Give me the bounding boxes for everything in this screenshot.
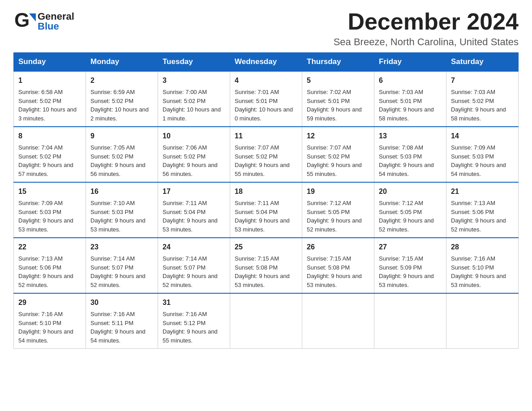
sunrise-info: Sunrise: 7:06 AM [163,144,207,151]
daylight-info: Daylight: 9 hours and 55 minutes. [163,328,218,344]
calendar-day-cell: 20 Sunrise: 7:12 AM Sunset: 5:05 PM Dayl… [374,182,446,238]
sunrise-info: Sunrise: 7:10 AM [90,200,135,206]
sunrise-info: Sunrise: 7:13 AM [18,255,63,262]
sunrise-info: Sunrise: 7:00 AM [163,89,207,95]
calendar-day-cell: 29 Sunrise: 7:16 AM Sunset: 5:10 PM Dayl… [14,293,86,349]
calendar-day-cell: 7 Sunrise: 7:03 AM Sunset: 5:02 PM Dayli… [446,71,519,127]
sunset-info: Sunset: 5:03 PM [379,153,422,160]
month-title: December 2024 [334,9,519,34]
sunset-info: Sunset: 5:03 PM [451,153,494,160]
sunset-info: Sunset: 5:01 PM [379,98,422,104]
svg-text:G: G [14,9,30,31]
day-number: 26 [307,242,369,253]
calendar-header-row: SundayMondayTuesdayWednesdayThursdayFrid… [14,53,519,72]
day-number: 4 [235,75,297,86]
logo-blue-text: Blue [38,21,74,31]
daylight-info: Daylight: 9 hours and 53 minutes. [18,217,73,233]
daylight-info: Daylight: 9 hours and 55 minutes. [307,162,362,177]
sunrise-info: Sunrise: 6:58 AM [18,89,63,95]
day-number: 5 [307,75,369,86]
sunrise-info: Sunrise: 7:11 AM [235,200,279,206]
daylight-info: Daylight: 9 hours and 53 minutes. [379,273,434,288]
daylight-info: Daylight: 9 hours and 53 minutes. [235,273,290,288]
svg-marker-1 [29,13,36,21]
title-area: December 2024 Sea Breeze, North Carolina… [334,9,519,48]
calendar-day-cell: 14 Sunrise: 7:09 AM Sunset: 5:03 PM Dayl… [446,127,519,182]
calendar-day-cell: 11 Sunrise: 7:07 AM Sunset: 5:02 PM Dayl… [230,127,302,182]
calendar-table: SundayMondayTuesdayWednesdayThursdayFrid… [13,52,519,349]
sunset-info: Sunset: 5:07 PM [163,264,206,271]
sunrise-info: Sunrise: 7:03 AM [379,89,423,95]
sunset-info: Sunset: 5:03 PM [18,209,61,215]
sunrise-info: Sunrise: 7:15 AM [307,255,351,262]
sunset-info: Sunset: 5:05 PM [307,209,350,215]
sunset-info: Sunset: 5:02 PM [18,153,61,160]
sunset-info: Sunset: 5:04 PM [163,209,206,215]
calendar-day-cell: 21 Sunrise: 7:13 AM Sunset: 5:06 PM Dayl… [446,182,519,238]
day-number: 10 [163,131,225,141]
day-number: 7 [451,75,514,86]
sunset-info: Sunset: 5:03 PM [90,209,133,215]
sunrise-info: Sunrise: 7:03 AM [451,89,495,95]
day-number: 13 [379,131,442,141]
daylight-info: Daylight: 9 hours and 53 minutes. [235,217,290,233]
sunrise-info: Sunrise: 6:59 AM [90,89,135,95]
day-number: 15 [18,186,81,197]
day-number: 19 [307,186,369,197]
logo: G General Blue [13,9,74,34]
day-number: 25 [235,242,297,253]
calendar-day-cell: 31 Sunrise: 7:16 AM Sunset: 5:12 PM Dayl… [158,293,230,349]
daylight-info: Daylight: 9 hours and 53 minutes. [90,217,146,233]
day-number: 23 [90,242,153,253]
sunrise-info: Sunrise: 7:01 AM [235,89,279,95]
sunset-info: Sunset: 5:10 PM [18,320,61,326]
sunrise-info: Sunrise: 7:05 AM [90,144,135,151]
sunrise-info: Sunrise: 7:04 AM [18,144,63,151]
daylight-info: Daylight: 9 hours and 53 minutes. [307,273,362,288]
daylight-info: Daylight: 9 hours and 53 minutes. [451,273,506,288]
day-number: 30 [90,297,153,308]
sunset-info: Sunset: 5:08 PM [307,264,350,271]
sunset-info: Sunset: 5:02 PM [451,98,494,104]
day-of-week-header: Thursday [302,53,374,72]
sunset-info: Sunset: 5:09 PM [379,264,422,271]
sunrise-info: Sunrise: 7:08 AM [379,144,423,151]
day-of-week-header: Tuesday [158,53,230,72]
sunrise-info: Sunrise: 7:16 AM [90,311,135,317]
calendar-day-cell: 22 Sunrise: 7:13 AM Sunset: 5:06 PM Dayl… [14,238,86,293]
day-number: 17 [163,186,225,197]
sunrise-info: Sunrise: 7:16 AM [163,311,207,317]
daylight-info: Daylight: 10 hours and 2 minutes. [90,106,149,122]
daylight-info: Daylight: 10 hours and 1 minute. [163,106,221,122]
daylight-info: Daylight: 9 hours and 52 minutes. [451,217,506,233]
calendar-day-cell: 13 Sunrise: 7:08 AM Sunset: 5:03 PM Dayl… [374,127,446,182]
sunset-info: Sunset: 5:05 PM [379,209,422,215]
calendar-day-cell: 10 Sunrise: 7:06 AM Sunset: 5:02 PM Dayl… [158,127,230,182]
sunset-info: Sunset: 5:07 PM [90,264,133,271]
daylight-info: Daylight: 9 hours and 57 minutes. [18,162,73,177]
calendar-day-cell: 19 Sunrise: 7:12 AM Sunset: 5:05 PM Dayl… [302,182,374,238]
daylight-info: Daylight: 9 hours and 58 minutes. [451,106,506,122]
day-number: 28 [451,242,514,253]
calendar-day-cell: 1 Sunrise: 6:58 AM Sunset: 5:02 PM Dayli… [14,71,86,127]
calendar-day-cell: 16 Sunrise: 7:10 AM Sunset: 5:03 PM Dayl… [86,182,158,238]
day-number: 20 [379,186,442,197]
day-number: 29 [18,297,81,308]
sunrise-info: Sunrise: 7:15 AM [379,255,423,262]
daylight-info: Daylight: 10 hours and 3 minutes. [18,106,77,122]
day-number: 22 [18,242,81,253]
day-of-week-header: Saturday [446,53,519,72]
calendar-week-row: 1 Sunrise: 6:58 AM Sunset: 5:02 PM Dayli… [14,71,519,127]
calendar-day-cell: 2 Sunrise: 6:59 AM Sunset: 5:02 PM Dayli… [86,71,158,127]
daylight-info: Daylight: 9 hours and 52 minutes. [307,217,362,233]
calendar-day-cell: 17 Sunrise: 7:11 AM Sunset: 5:04 PM Dayl… [158,182,230,238]
daylight-info: Daylight: 9 hours and 52 minutes. [379,217,434,233]
calendar-day-cell: 28 Sunrise: 7:16 AM Sunset: 5:10 PM Dayl… [446,238,519,293]
daylight-info: Daylight: 9 hours and 52 minutes. [18,273,73,288]
location-subtitle: Sea Breeze, North Carolina, United State… [334,36,519,48]
sunset-info: Sunset: 5:02 PM [90,153,133,160]
calendar-week-row: 22 Sunrise: 7:13 AM Sunset: 5:06 PM Dayl… [14,238,519,293]
daylight-info: Daylight: 9 hours and 52 minutes. [163,273,218,288]
calendar-day-cell: 30 Sunrise: 7:16 AM Sunset: 5:11 PM Dayl… [86,293,158,349]
calendar-day-cell [302,293,374,349]
